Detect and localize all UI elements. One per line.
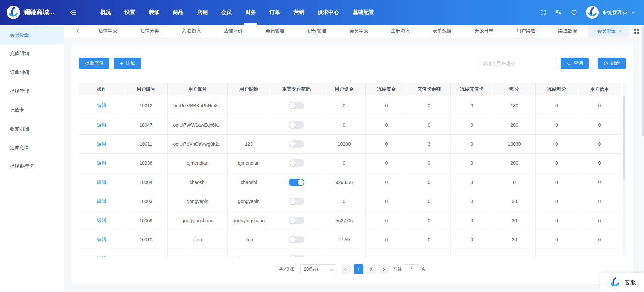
cell-frozen_card: 0 [450, 173, 493, 192]
reset-pay-password-cell [270, 211, 323, 230]
tab-item-3[interactable]: 店铺评价 [212, 25, 254, 37]
reset-pay-password-toggle[interactable] [289, 102, 304, 109]
cell-funds: 0 [323, 192, 366, 211]
edit-link[interactable]: 编辑 [97, 256, 106, 257]
cell-frozen_points: 0 [536, 211, 578, 230]
reset-pay-password-toggle[interactable] [289, 140, 304, 148]
tab-options-grid-icon[interactable] [634, 29, 639, 34]
sidebar-item-4[interactable]: 充值卡 [0, 101, 64, 119]
tab-item-9[interactable]: 升级日志 [463, 25, 505, 37]
user-menu[interactable]: 系统管理员 [586, 6, 635, 19]
cell-funds: 5627.05 [323, 211, 366, 230]
refresh-icon[interactable] [571, 9, 577, 16]
tab-item-0[interactable]: 店铺等级 [87, 25, 129, 37]
edit-link[interactable]: 编辑 [97, 237, 106, 242]
reset-pay-password-toggle[interactable] [289, 198, 304, 205]
add-button[interactable]: 添加 [114, 58, 141, 69]
cell-account: oqlUi7WW1awEqx6K... [167, 115, 227, 134]
sidebar-item-1[interactable]: 充值明细 [0, 44, 64, 63]
tab-item-5[interactable]: 积分管理 [296, 25, 338, 37]
sidebar-fold-icon[interactable] [70, 9, 77, 16]
brand-logo-icon [7, 6, 20, 19]
reset-pay-password-toggle[interactable] [289, 217, 304, 224]
nav-item-0[interactable]: 概况 [94, 0, 118, 25]
tab-label: 店铺分类 [140, 28, 159, 34]
window-scrollbar-thumb[interactable] [642, 26, 644, 136]
search-button[interactable]: 查询 [561, 58, 589, 69]
nav-item-4[interactable]: 店铺 [190, 0, 214, 25]
tab-item-2[interactable]: 入驻协议 [170, 25, 212, 37]
tabs-scroll-left-icon[interactable] [74, 25, 83, 37]
cell-account: bjmendian [167, 153, 227, 173]
close-tab-icon[interactable]: × [619, 29, 622, 33]
page-button-2[interactable]: 2 [366, 264, 376, 274]
cell-frozen_points: 0 [536, 249, 578, 257]
edit-link[interactable]: 编辑 [97, 141, 106, 146]
nav-item-8[interactable]: 营销 [287, 0, 311, 25]
page-button-1[interactable]: 1 [354, 264, 363, 274]
table-row: 编辑10047oqlUi7WW1awEqx6K...000020000 [79, 115, 621, 134]
cell-frozen_card: 0 [450, 96, 493, 115]
reset-pay-password-toggle[interactable] [289, 179, 304, 186]
tab-item-12[interactable]: 会员资金× [588, 25, 630, 37]
batch-recharge-button[interactable]: 批量充值 [79, 58, 109, 69]
table-scrollbar-thumb[interactable] [623, 96, 625, 180]
nav-item-7[interactable]: 订单 [263, 0, 287, 25]
translate-icon[interactable] [555, 9, 562, 16]
prev-page-button[interactable] [341, 264, 351, 274]
cell-user_id: 10002 [124, 249, 167, 257]
tab-item-10[interactable]: 用户渠道 [505, 25, 547, 37]
nav-item-1[interactable]: 设置 [118, 0, 142, 25]
tab-item-7[interactable]: 注册协议 [379, 25, 421, 37]
reset-pay-password-cell [270, 173, 323, 192]
edit-link[interactable]: 编辑 [97, 122, 106, 127]
tab-item-4[interactable]: 会员管理 [254, 25, 296, 37]
nav-item-10[interactable]: 基础配置 [346, 0, 381, 25]
cell-nickname: gongyingshang [227, 211, 270, 230]
cell-nickname: lanser001 [227, 249, 270, 257]
edit-link[interactable]: 编辑 [97, 160, 106, 165]
reset-pay-password-toggle[interactable] [289, 121, 304, 129]
customer-service-widget[interactable]: 客服 [600, 273, 644, 292]
nav-item-3[interactable]: 商品 [166, 0, 190, 25]
sidebar-item-7[interactable]: 提现银行卡 [0, 157, 64, 176]
tab-item-11[interactable]: 渠道数据 [547, 25, 589, 37]
cell-frozen_points: 0 [536, 173, 578, 192]
search-input[interactable] [478, 58, 556, 69]
page-size-select[interactable]: 20条/页 [300, 264, 336, 274]
nav-menu: 概况设置装修商品店铺会员财务订单营销供求中心基础配置 [94, 0, 381, 25]
nav-item-6[interactable]: 财务 [238, 0, 263, 25]
nav-item-5[interactable]: 会员 [214, 0, 238, 25]
sidebar-item-2[interactable]: 订单明细 [0, 63, 64, 82]
tab-item-8[interactable]: 表单数据 [421, 25, 463, 37]
tab-item-6[interactable]: 会员等级 [338, 25, 380, 37]
column-header-4: 重置支付密码 [270, 83, 323, 96]
table-body: 编辑10012oqlUi7VBBKbPhNm8...000013000编辑100… [79, 96, 621, 257]
cell-frozen_funds: 0 [365, 230, 408, 249]
reset-pay-password-toggle[interactable] [289, 159, 304, 167]
edit-link[interactable]: 编辑 [97, 217, 106, 223]
tab-item-1[interactable]: 店铺分类 [129, 25, 171, 37]
goto-page-input[interactable] [405, 264, 419, 274]
edit-link[interactable]: 编辑 [97, 198, 106, 204]
reset-pay-password-toggle[interactable] [289, 255, 304, 257]
cell-card_balance: 0 [408, 211, 450, 230]
cell-frozen_funds: 0 [365, 96, 408, 115]
nav-item-9[interactable]: 供求中心 [311, 0, 346, 25]
edit-link[interactable]: 编辑 [97, 179, 106, 185]
sidebar-item-5[interactable]: 收支明细 [0, 119, 64, 138]
edit-link[interactable]: 编辑 [97, 103, 106, 108]
column-header-8: 冻结充值卡 [450, 83, 493, 96]
sidebar-item-3[interactable]: 提现管理 [0, 82, 64, 101]
nav-item-2[interactable]: 装修 [142, 0, 166, 25]
next-page-button[interactable] [379, 264, 388, 274]
reset-pay-password-toggle[interactable] [289, 236, 304, 243]
sidebar-item-6[interactable]: 定额充值 [0, 138, 64, 157]
refresh-button[interactable]: 刷新 [598, 58, 626, 69]
cell-frozen_funds: 0 [365, 153, 408, 173]
pager: 12 [341, 264, 388, 274]
cell-user_id: 10010 [124, 230, 167, 249]
sidebar: 会员资金充值明细订单明细提现管理充值卡收支明细定额充值提现银行卡 [0, 25, 64, 292]
fullscreen-icon[interactable] [540, 9, 546, 16]
sidebar-item-0[interactable]: 会员资金 [0, 26, 64, 44]
